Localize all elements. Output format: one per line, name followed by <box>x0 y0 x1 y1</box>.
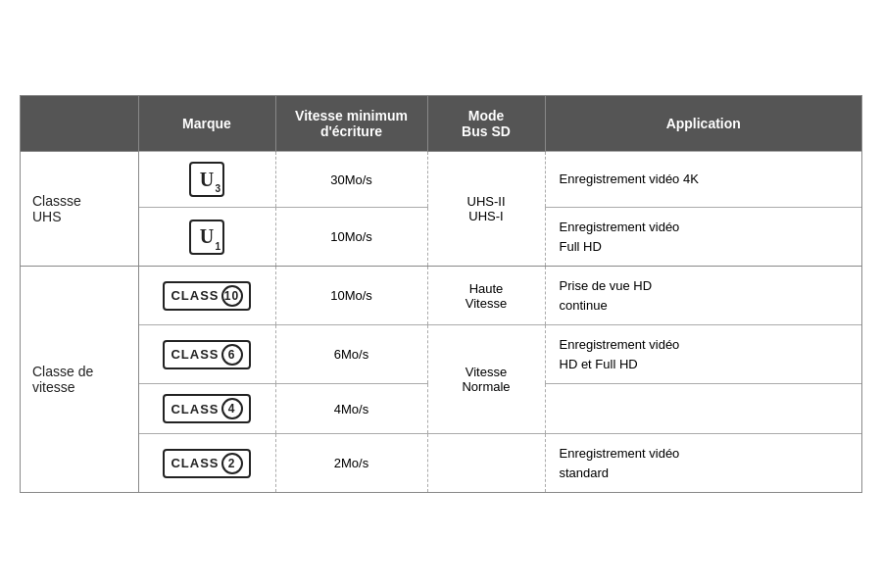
app-empty <box>545 384 861 434</box>
app-fullhd: Enregistrement vidéoFull HD <box>545 208 861 267</box>
speed-4: 4Mo/s <box>275 384 427 434</box>
app-4k: Enregistrement vidéo 4K <box>545 152 861 208</box>
col-vitesse-header: Vitesse minimumd'écriture <box>275 96 427 152</box>
bus-normale: VitesseNormale <box>427 325 545 434</box>
col-bus-header: ModeBus SD <box>427 96 545 152</box>
bus-uhs: UHS-IIUHS-I <box>427 152 545 267</box>
category-vitesse: Classe devitesse <box>21 267 138 493</box>
icon-class4: CLASS4 <box>138 384 275 434</box>
icon-uhs1: U 1 <box>138 208 275 267</box>
icon-class2: CLASS2 <box>138 434 275 493</box>
bus-empty <box>427 434 545 493</box>
table-row: Classe devitesse CLASS10 10Mo/s HauteVit… <box>21 267 861 325</box>
table-row: CLASS6 6Mo/s VitesseNormale Enregistreme… <box>21 325 861 384</box>
app-standard: Enregistrement vidéostandard <box>545 434 861 493</box>
icon-class10: CLASS10 <box>138 267 275 325</box>
icon-uhs3: U 3 <box>138 152 275 208</box>
col-category-header <box>21 96 138 152</box>
table-row: CLASS2 2Mo/s Enregistrement vidéostandar… <box>21 434 861 493</box>
bus-haute: HauteVitesse <box>427 267 545 325</box>
sd-class-table: Marque Vitesse minimumd'écriture ModeBus… <box>20 95 862 493</box>
speed-2: 2Mo/s <box>275 434 427 493</box>
speed-6: 6Mo/s <box>275 325 427 384</box>
col-application-header: Application <box>545 96 861 152</box>
speed-10-uhs: 10Mo/s <box>275 208 427 267</box>
app-hd-fullhd: Enregistrement vidéoHD et Full HD <box>545 325 861 384</box>
speed-30: 30Mo/s <box>275 152 427 208</box>
icon-class6: CLASS6 <box>138 325 275 384</box>
category-uhs: ClassseUHS <box>21 152 138 267</box>
app-hd-continue: Prise de vue HDcontinue <box>545 267 861 325</box>
table-row: ClassseUHS U 3 30Mo/s UHS-IIUHS-I Enregi… <box>21 152 861 208</box>
col-marque-header: Marque <box>138 96 275 152</box>
speed-10-class: 10Mo/s <box>275 267 427 325</box>
